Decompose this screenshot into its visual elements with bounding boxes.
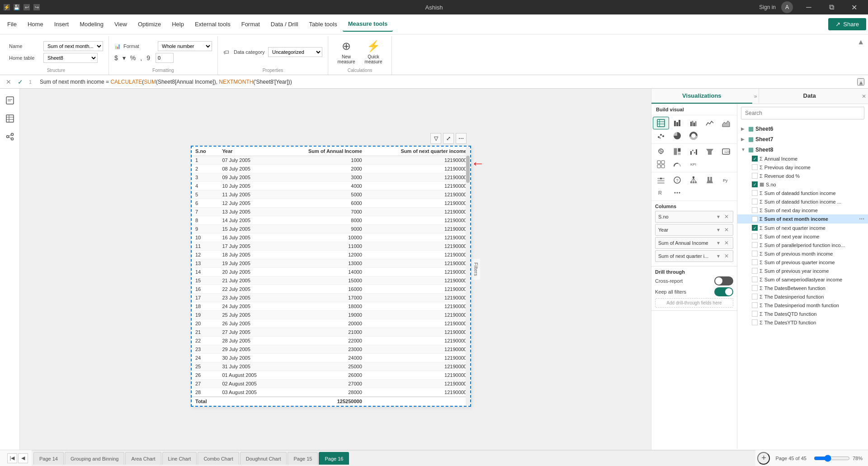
cb-prev-year[interactable] — [752, 268, 758, 274]
menu-help[interactable]: Help — [166, 17, 189, 31]
tree-item-next-quarter[interactable]: ✓ Σ Sum of next quarter income — [737, 223, 868, 232]
user-avatar[interactable]: A — [781, 1, 793, 13]
cb-dates-between[interactable] — [752, 285, 758, 291]
column-sno-remove[interactable]: ✕ — [723, 213, 730, 220]
tree-item-annual-income[interactable]: ✓ Σ Annual Income — [737, 154, 868, 163]
page-tab-line-chart[interactable]: Line Chart — [162, 452, 197, 465]
tree-item-next-month[interactable]: Σ Sum of next month income ⋯ — [737, 214, 868, 223]
formula-collapse-btn[interactable]: ▲ — [857, 78, 864, 86]
save-btn[interactable]: 💾 — [14, 4, 20, 10]
sidebar-model-icon[interactable] — [2, 128, 18, 145]
menu-home[interactable]: Home — [22, 17, 49, 31]
viz-funnel-icon[interactable] — [702, 145, 718, 158]
name-select[interactable]: Sum of next month... — [43, 41, 103, 51]
column-year-sort[interactable]: ▾ — [715, 226, 722, 233]
cb-datesinperiod-month[interactable] — [752, 302, 758, 308]
menu-measure-tools[interactable]: Measure tools — [343, 17, 393, 32]
page-first-btn[interactable]: |◀ — [7, 453, 17, 463]
menu-view[interactable]: View — [109, 17, 132, 31]
format-select[interactable]: Whole number — [158, 41, 212, 51]
viz-qna-icon[interactable]: ? — [669, 174, 685, 186]
cb-next-month[interactable] — [752, 216, 758, 222]
cb-revenue-dod[interactable] — [752, 173, 758, 179]
viz-python-icon[interactable]: Py — [718, 174, 734, 186]
cb-dateadd2[interactable] — [752, 199, 758, 204]
home-table-select[interactable]: Sheet8 — [43, 53, 98, 63]
viz-clustered-bar-icon[interactable] — [685, 117, 702, 129]
tree-item-next-day[interactable]: Σ Sum of next day income — [737, 206, 868, 214]
menu-insert[interactable]: Insert — [49, 17, 75, 31]
tree-item-datesqtd[interactable]: Σ The DatesQTD function — [737, 309, 868, 318]
decimal-btn[interactable]: 9 — [146, 54, 150, 62]
column-next-quarter-sort[interactable]: ▾ — [715, 252, 722, 260]
menu-modeling[interactable]: Modeling — [74, 17, 109, 31]
cb-annual-income[interactable]: ✓ — [752, 156, 758, 162]
viz-card-icon[interactable]: 123 — [718, 145, 734, 158]
page-tab-page-16[interactable]: Page 16 — [319, 452, 349, 465]
tree-item-datesinperiod-month[interactable]: Σ The Datesinperiod month function — [737, 301, 868, 309]
tree-group-header-sheet8[interactable]: ▼ ▦ Sheet8 — [737, 145, 868, 154]
tree-item-sameperiod[interactable]: Σ Sum of sameperiodlastyear income — [737, 275, 868, 284]
cb-prev-quarter[interactable] — [752, 259, 758, 265]
chevron-currency[interactable]: ▾ — [123, 54, 126, 62]
page-prev-btn[interactable]: ◀ — [18, 453, 28, 463]
keep-filters-toggle[interactable]: On — [714, 287, 733, 296]
cb-next-year[interactable] — [752, 233, 758, 239]
redo-btn[interactable]: ↪ — [33, 4, 40, 10]
decimal-input[interactable] — [156, 53, 174, 63]
menu-format[interactable]: Format — [236, 17, 265, 31]
sidebar-report-icon[interactable] — [2, 92, 18, 109]
percent-btn[interactable]: % — [130, 54, 136, 62]
add-page-btn[interactable]: + — [757, 452, 770, 465]
tree-item-datesinperiod[interactable]: Σ The Datesinperiod function — [737, 292, 868, 301]
page-tab-area-chart[interactable]: Area Chart — [125, 452, 161, 465]
viz-area-icon[interactable] — [718, 117, 734, 129]
close-btn[interactable]: ✕ — [844, 0, 864, 14]
page-tab-combo-chart[interactable]: Combo Chart — [198, 452, 239, 465]
sign-in-label[interactable]: Sign in — [759, 4, 776, 10]
tree-item-dates-between[interactable]: Σ The DatesBetween function — [737, 284, 868, 292]
page-tab-grouping-and-binning[interactable]: Grouping and Binning — [65, 452, 124, 465]
menu-data-drill[interactable]: Data / Drill — [265, 17, 304, 31]
cb-next-day[interactable] — [752, 207, 758, 213]
viz-map-icon[interactable] — [653, 145, 669, 158]
menu-table-tools[interactable]: Table tools — [304, 17, 343, 31]
viz-bar-icon[interactable] — [669, 117, 685, 129]
viz-multi-card-icon[interactable] — [653, 158, 669, 171]
column-annual-remove[interactable]: ✕ — [723, 239, 730, 247]
undo-btn[interactable]: ↩ — [24, 4, 30, 10]
viz-r-icon[interactable]: R — [653, 186, 669, 199]
quick-measure-btn[interactable]: ⚡ Quickmeasure — [361, 37, 386, 67]
cb-parallel[interactable] — [752, 242, 758, 248]
zoom-slider[interactable] — [814, 455, 850, 462]
page-tab-page-15[interactable]: Page 15 — [288, 452, 318, 465]
tree-item-next-year[interactable]: Σ Sum of next year income — [737, 232, 868, 241]
column-year-remove[interactable]: ✕ — [723, 226, 730, 233]
ellipsis-next-month[interactable]: ⋯ — [859, 216, 864, 222]
new-measure-btn[interactable]: ⊕ Newmeasure — [334, 37, 359, 67]
tab-visualizations[interactable]: Visualizations — [651, 89, 752, 104]
formula-cancel-btn[interactable]: ✕ — [4, 77, 14, 87]
share-button[interactable]: ↗ Share — [828, 18, 866, 30]
tree-group-header-sheet7[interactable]: ▶ ▦ Sheet7 — [737, 134, 868, 144]
viz-decomp-icon[interactable] — [685, 174, 702, 186]
tree-item-parallel[interactable]: Σ Sum of parallelperiod function inco... — [737, 241, 868, 249]
tree-item-prev-year[interactable]: Σ Sum of previous year income — [737, 266, 868, 275]
viz-line-icon[interactable] — [702, 117, 718, 129]
tree-item-prev-month[interactable]: Σ Sum of previous month income — [737, 249, 868, 258]
viz-treemap-icon[interactable] — [669, 145, 685, 158]
currency-btn[interactable]: $ — [114, 54, 118, 62]
viz-more-icon[interactable] — [669, 186, 685, 199]
cross-report-toggle[interactable]: Off — [714, 276, 733, 285]
ribbon-expander[interactable]: ▲ — [857, 36, 864, 75]
cb-prev-day[interactable] — [752, 164, 758, 170]
page-tab-page-14[interactable]: Page 14 — [33, 452, 64, 465]
tree-item-dateadd2[interactable]: Σ Sum of dateadd function income ... — [737, 197, 868, 206]
scrollbar-thumb[interactable] — [466, 156, 470, 183]
tree-item-datesytd[interactable]: Σ The DatesYTD function — [737, 318, 868, 327]
comma-btn[interactable]: , — [140, 54, 142, 62]
cb-sameperiod[interactable] — [752, 276, 758, 282]
page-tab-doughnut-chart[interactable]: Doughnut Chart — [240, 452, 287, 465]
more-options-btn[interactable]: ⋯ — [456, 133, 467, 144]
viz-table-icon[interactable] — [653, 117, 669, 129]
